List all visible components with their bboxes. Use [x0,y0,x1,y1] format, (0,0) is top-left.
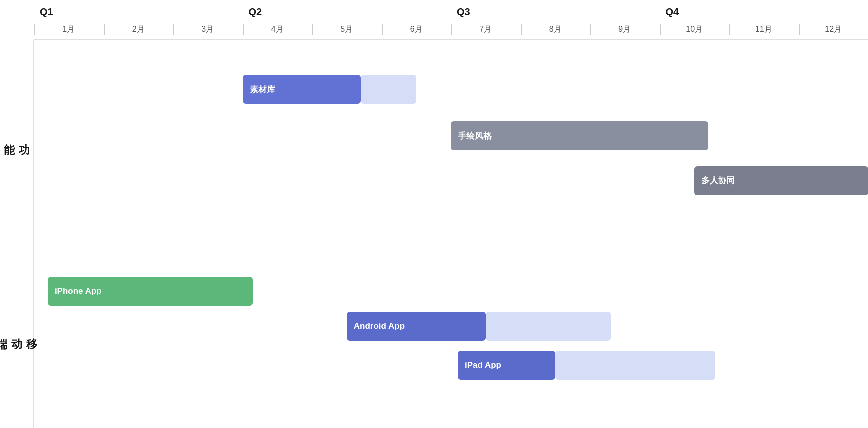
gantt-bar-多人协同: 多人协同 [694,166,868,195]
month-label-8月: 8月 [521,24,590,35]
month-label-9月: 9月 [590,24,660,35]
row-labels-column: 功能 移动端 [0,40,34,428]
quarter-label-q3: Q3 [451,6,660,18]
row-label-yd: 移动端 [0,234,34,428]
month-label-6月: 6月 [382,24,451,35]
month-label-10月: 10月 [660,24,729,35]
gantt-bar-light-1 [361,75,417,104]
month-label-1月: 1月 [34,24,104,35]
month-label-11月: 11月 [729,24,799,35]
bars-layer-gn: 素材库手绘风格多人协同 [34,40,868,234]
quarter-header: Q1Q2Q3Q4 1月2月3月4月5月6月7月8月9月10月11月12月 [34,0,868,40]
month-label-5月: 5月 [312,24,382,35]
body-area: 功能 移动端 素材库手绘风格多人协同 iPhone AppAndroid App… [0,40,868,428]
row-label-gn: 功能 [0,40,34,234]
quarters-row: Q1Q2Q3Q4 [34,0,868,20]
gantt-bar-light-4 [555,351,715,380]
header-area: Q1Q2Q3Q4 1月2月3月4月5月6月7月8月9月10月11月12月 [0,0,868,40]
gantt-bar-Android App: Android App [347,312,486,341]
month-label-4月: 4月 [243,24,312,35]
gantt-bar-iPad App: iPad App [458,351,555,380]
month-label-3月: 3月 [173,24,243,35]
grid-section-gn: 素材库手绘风格多人协同 [34,40,868,234]
bars-layer-yd: iPhone AppAndroid AppiPad App [34,234,868,428]
gantt-bar-iPhone App: iPhone App [48,277,253,306]
gantt-bar-手绘风格: 手绘风格 [451,121,708,150]
grid-area: 素材库手绘风格多人协同 iPhone AppAndroid AppiPad Ap… [34,40,868,428]
quarter-label-q4: Q4 [660,6,868,18]
month-label-12月: 12月 [799,24,868,35]
months-row: 1月2月3月4月5月6月7月8月9月10月11月12月 [34,20,868,40]
month-label-2月: 2月 [104,24,173,35]
grid-section-yd: iPhone AppAndroid AppiPad App [34,234,868,428]
month-label-7月: 7月 [451,24,521,35]
gantt-chart: Q1Q2Q3Q4 1月2月3月4月5月6月7月8月9月10月11月12月 功能 … [0,0,868,428]
corner-cell [0,0,34,40]
quarter-label-q2: Q2 [243,6,451,18]
gantt-bar-light-2 [486,312,611,341]
gantt-bar-素材库: 素材库 [243,75,361,104]
quarter-label-q1: Q1 [34,6,243,18]
